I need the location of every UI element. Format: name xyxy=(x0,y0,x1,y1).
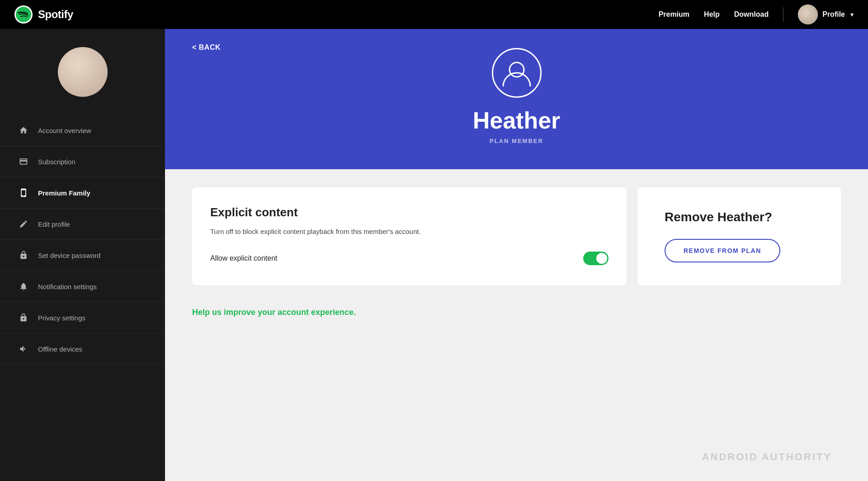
speaker-icon xyxy=(18,343,29,354)
profile-button[interactable]: Profile ▾ xyxy=(798,5,854,24)
hero-banner: < BACK Heather PLAN MEMBER xyxy=(165,29,868,169)
remove-member-card: Remove Heather? REMOVE FROM PLAN xyxy=(637,187,841,285)
card-icon xyxy=(18,156,29,167)
premium-link[interactable]: Premium xyxy=(659,10,689,19)
sidebar-item-edit-profile[interactable]: Edit profile xyxy=(0,209,165,240)
user-avatar-icon xyxy=(501,57,533,89)
sidebar-avatar-image xyxy=(58,47,108,97)
chevron-down-icon: ▾ xyxy=(850,11,854,18)
sidebar-item-notification-settings[interactable]: Notification settings xyxy=(0,271,165,302)
sidebar-item-label: Premium Family xyxy=(38,189,90,197)
sidebar-item-label: Set device password xyxy=(38,252,100,259)
profile-label: Profile xyxy=(822,10,845,19)
explicit-content-title: Explicit content xyxy=(210,205,609,219)
avatar xyxy=(798,5,818,24)
lock-icon xyxy=(18,250,29,261)
toggle-row: Allow explicit content xyxy=(210,252,609,265)
top-nav-right: Premium Help Download Profile ▾ xyxy=(659,5,854,24)
download-link[interactable]: Download xyxy=(734,10,769,19)
explicit-content-toggle[interactable] xyxy=(583,252,609,265)
back-link[interactable]: < BACK xyxy=(192,43,221,52)
sidebar-nav: Account overview Subscription Premium Fa… xyxy=(0,115,165,365)
cards-row: Explicit content Turn off to block expli… xyxy=(192,187,841,285)
sidebar-item-offline-devices[interactable]: Offline devices xyxy=(0,333,165,365)
main-content: < BACK Heather PLAN MEMBER Explicit cont… xyxy=(165,29,868,481)
sidebar-avatar xyxy=(58,47,108,97)
toggle-label: Allow explicit content xyxy=(210,254,278,262)
sidebar-item-subscription[interactable]: Subscription xyxy=(0,146,165,177)
sidebar-item-account-overview[interactable]: Account overview xyxy=(0,115,165,146)
cards-section: Explicit content Turn off to block expli… xyxy=(165,169,868,481)
sidebar-item-label: Notification settings xyxy=(38,283,97,291)
sidebar: Account overview Subscription Premium Fa… xyxy=(0,29,165,481)
spotify-logo[interactable]: Spotify xyxy=(14,5,73,24)
hero-avatar-circle xyxy=(492,48,542,98)
home-icon xyxy=(18,125,29,136)
main-layout: Account overview Subscription Premium Fa… xyxy=(0,0,868,481)
sidebar-item-label: Privacy settings xyxy=(38,314,85,322)
nav-divider xyxy=(783,7,783,22)
member-subtitle: PLAN MEMBER xyxy=(490,138,543,144)
member-name: Heather xyxy=(473,107,561,134)
sidebar-item-premium-family[interactable]: Premium Family xyxy=(0,177,165,209)
pen-icon xyxy=(18,219,29,229)
svg-point-0 xyxy=(16,7,31,22)
phone-icon xyxy=(18,187,29,198)
remove-from-plan-button[interactable]: REMOVE FROM PLAN xyxy=(665,239,780,262)
avatar-image xyxy=(798,5,818,24)
lock2-icon xyxy=(18,312,29,323)
sidebar-item-label: Subscription xyxy=(38,158,75,166)
toggle-knob xyxy=(596,253,607,264)
help-text: Help us improve your account experience. xyxy=(192,308,841,317)
remove-card-title: Remove Heather? xyxy=(665,210,772,224)
sidebar-item-label: Account overview xyxy=(38,127,91,134)
spotify-wordmark: Spotify xyxy=(38,8,73,21)
explicit-content-description: Turn off to block explicit content playb… xyxy=(210,227,609,237)
sidebar-item-label: Offline devices xyxy=(38,345,82,353)
spotify-logo-icon xyxy=(14,5,33,24)
bell-icon xyxy=(18,281,29,292)
sidebar-item-label: Edit profile xyxy=(38,220,70,228)
explicit-content-card: Explicit content Turn off to block expli… xyxy=(192,187,627,285)
top-navigation: Spotify Premium Help Download Profile ▾ xyxy=(0,0,868,29)
help-link[interactable]: Help xyxy=(704,10,720,19)
svg-point-1 xyxy=(509,62,524,77)
sidebar-item-set-device-password[interactable]: Set device password xyxy=(0,240,165,271)
sidebar-item-privacy-settings[interactable]: Privacy settings xyxy=(0,302,165,333)
